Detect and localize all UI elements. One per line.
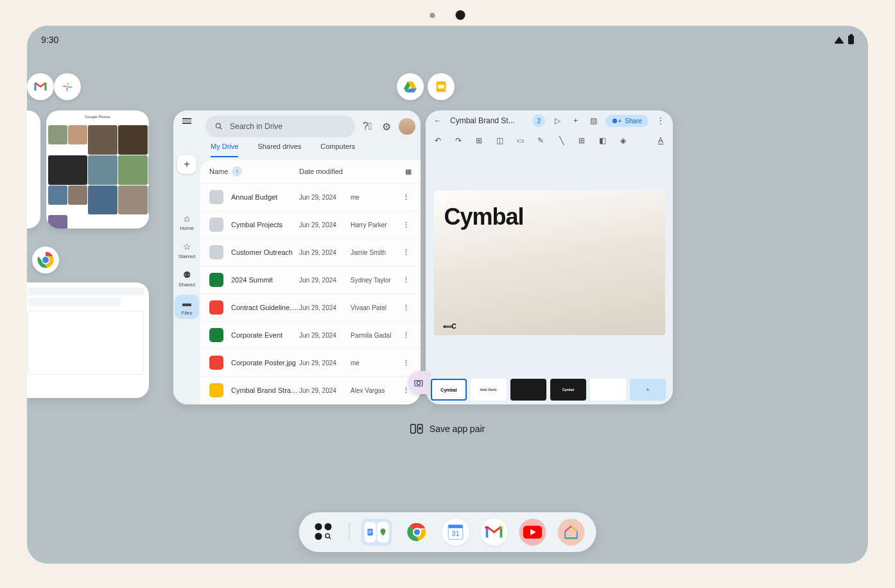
app-pair-card[interactable]: + ⌂Home ☆Starred ⚉Shared ▬Files Sea	[173, 110, 673, 404]
more-icon[interactable]: ⋮	[403, 221, 412, 229]
nav-starred[interactable]: ☆Starred	[175, 238, 199, 263]
calendar-app[interactable]: 31	[442, 519, 469, 546]
back-icon[interactable]: ←	[432, 115, 444, 126]
gmail-icon	[33, 79, 48, 94]
grid-view-button[interactable]: ▦	[399, 168, 412, 176]
more-icon[interactable]: ⋮	[403, 193, 412, 202]
new-button[interactable]: +	[177, 155, 196, 174]
search-input[interactable]: Search in Drive	[205, 116, 355, 137]
collaborator-count-badge[interactable]: 2	[532, 114, 545, 127]
hamburger-menu-button[interactable]	[180, 116, 194, 126]
youtube-app[interactable]	[519, 519, 546, 546]
drive-task-card[interactable]: + ⌂Home ☆Starred ⚉Shared ▬Files Sea	[173, 110, 421, 404]
tab-my-drive[interactable]: My Drive	[211, 143, 238, 157]
photos-app-bubble[interactable]	[54, 73, 81, 100]
textbox-icon[interactable]: ⊞	[473, 135, 485, 146]
drive-app-bubble[interactable]	[397, 73, 424, 100]
present-icon[interactable]: ▷	[552, 115, 563, 126]
photo-thumb	[68, 186, 87, 205]
google-home-app[interactable]	[558, 519, 585, 546]
screenshot-button[interactable]	[408, 371, 429, 394]
file-row[interactable]: Cymbal ProjectsJun 29, 2024Harry Parker⋮	[200, 211, 421, 238]
gmail-app[interactable]	[481, 519, 508, 546]
overview-area[interactable]: Google Photos	[27, 26, 868, 564]
slide-thumb[interactable]	[590, 379, 626, 401]
panel-icon[interactable]: ▤	[587, 115, 599, 126]
maps-icon	[379, 526, 388, 538]
docs-task-card[interactable]	[27, 282, 149, 398]
undo-icon[interactable]: ↶	[432, 135, 444, 146]
camera-light-sensor	[430, 13, 435, 18]
theme-icon[interactable]: ◈	[617, 135, 629, 146]
redo-icon[interactable]: ↷	[453, 135, 464, 146]
file-date: Jun 29, 2024	[299, 249, 351, 256]
gmail-app-bubble[interactable]	[27, 73, 54, 100]
layout-icon[interactable]: ◧	[596, 135, 608, 146]
photo-thumb	[148, 125, 150, 155]
sort-ascending-icon[interactable]: ↑	[232, 166, 242, 177]
add-icon[interactable]: +	[569, 115, 581, 126]
more-icon[interactable]: ⋮	[403, 304, 412, 312]
table-icon[interactable]: ⊞	[576, 135, 587, 146]
file-row[interactable]: Corporate EventJun 29, 2024Parmila Gadal…	[200, 321, 421, 349]
new-slide-button[interactable]: ↻	[630, 379, 666, 401]
slide-brand-mark: ⟸C	[443, 323, 456, 330]
svg-rect-14	[369, 533, 370, 533]
slide-thumb[interactable]: Cymbal	[431, 379, 467, 401]
slide-canvas-area[interactable]: Cymbal ⟸C	[426, 150, 673, 375]
text-format-icon[interactable]: A	[655, 135, 666, 146]
slides-app-bubble[interactable]	[428, 73, 455, 100]
front-camera	[456, 10, 465, 20]
nav-files[interactable]: ▬Files	[175, 295, 199, 319]
line-icon[interactable]: ╲	[555, 135, 567, 146]
image-icon[interactable]: ◫	[494, 135, 505, 146]
svg-rect-20	[448, 525, 463, 528]
file-name: Customer Outreach	[231, 248, 299, 256]
account-avatar[interactable]	[399, 118, 415, 135]
save-app-pair-button[interactable]: Save app pair	[410, 424, 485, 434]
more-icon[interactable]: ⋮	[403, 331, 412, 340]
tab-computers[interactable]: Computers	[320, 143, 355, 157]
recent-app-pair[interactable]	[361, 519, 392, 546]
tab-shared-drives[interactable]: Shared drives	[257, 143, 301, 157]
nav-home[interactable]: ⌂Home	[175, 210, 199, 234]
drive-tabs: My Drive Shared drives Computers	[200, 143, 421, 157]
docs-icon	[366, 526, 375, 538]
youtube-icon	[523, 524, 543, 540]
share-button[interactable]: ⚉+ Share	[605, 115, 648, 127]
file-row[interactable]: Corporate Poster.jpgJun 29, 2024me⋮	[200, 349, 421, 376]
pen-icon[interactable]: ✎	[535, 135, 546, 146]
file-row[interactable]: 2024 SummitJun 29, 2024Sydney Taylor⋮	[200, 266, 421, 293]
chrome-app-bubble[interactable]	[32, 246, 59, 273]
slide-thumb[interactable]	[510, 379, 546, 401]
slide-thumb[interactable]: Cymbal	[550, 379, 586, 401]
more-icon[interactable]: ⋮	[655, 115, 666, 126]
slide-canvas[interactable]: Cymbal ⟸C	[434, 191, 665, 335]
column-name[interactable]: Name↑	[209, 166, 299, 177]
more-icon[interactable]: ⋮	[403, 248, 412, 257]
slides-task-card[interactable]: ← Cymbal Brand St... 2 ▷ + ▤ ⚉+ Share ⋮	[426, 110, 673, 404]
slide-thumb[interactable]: Hello World.	[471, 379, 507, 401]
nav-shared[interactable]: ⚉Shared	[175, 266, 199, 291]
file-name: Contract Guideline.pdf	[231, 304, 299, 311]
more-icon[interactable]: ⋮	[403, 359, 412, 367]
file-row[interactable]: Annual BudgetJun 29, 2024me⋮	[200, 183, 421, 211]
app-drawer-button[interactable]	[311, 519, 338, 546]
settings-icon[interactable]: ⚙	[379, 119, 394, 134]
column-date[interactable]: Date modified	[299, 168, 399, 175]
photos-card-title: Google Photos	[46, 110, 149, 123]
help-icon[interactable]: ?⃝	[360, 119, 374, 134]
photos-task-card[interactable]: Google Photos	[46, 110, 149, 229]
shape-icon[interactable]: ▭	[514, 135, 526, 146]
file-row[interactable]: Contract Guideline.pdfJun 29, 2024Vivaan…	[200, 293, 421, 321]
presentation-title[interactable]: Cymbal Brand St...	[450, 116, 526, 125]
more-icon[interactable]: ⋮	[403, 276, 412, 284]
drive-main: Search in Drive ?⃝ ⚙ My Drive Shared dri…	[200, 110, 421, 404]
file-row[interactable]: Customer OutreachJun 29, 2024Jamie Smith…	[200, 238, 421, 266]
svg-point-5	[216, 123, 220, 128]
file-row[interactable]: Cymbal Brand StrategyJun 29, 2024Alex Va…	[200, 376, 421, 404]
gmail-task-card[interactable]	[27, 110, 40, 229]
chrome-app[interactable]	[404, 519, 431, 546]
sheets-icon	[209, 328, 223, 342]
file-date: Jun 29, 2024	[299, 332, 351, 339]
